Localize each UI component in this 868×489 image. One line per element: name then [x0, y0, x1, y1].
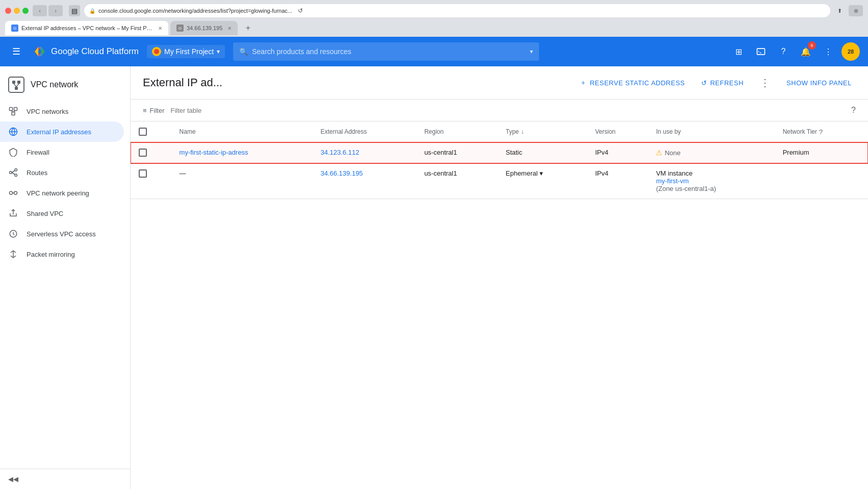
filter-help-icon[interactable]: ? — [851, 106, 856, 115]
second-tab[interactable]: G 34.66.139.195 ✕ — [170, 21, 238, 35]
th-name: Name — [171, 121, 313, 142]
row1-checkbox-cell — [131, 142, 171, 163]
show-info-panel-button[interactable]: SHOW INFO PANEL — [782, 76, 856, 90]
sidebar-toggle-button[interactable]: ▤ — [69, 5, 80, 16]
browser-tabs: G External IP addresses – VPC network – … — [0, 19, 868, 37]
collapse-icon: ◀◀ — [8, 475, 18, 483]
reserve-static-address-button[interactable]: ＋ RESERVE STATIC ADDRESS — [576, 75, 689, 90]
select-all-checkbox[interactable] — [139, 128, 147, 136]
type-dropdown-chevron: ▾ — [540, 169, 543, 177]
row1-checkbox[interactable] — [139, 149, 147, 157]
svg-rect-1 — [12, 81, 15, 84]
serverless-vpc-icon — [8, 229, 18, 239]
svg-point-14 — [15, 169, 17, 172]
main-area: VPC network VPC networks — [0, 66, 868, 489]
active-tab[interactable]: G External IP addresses – VPC network – … — [5, 21, 168, 35]
row2-type: Ephemeral — [506, 169, 538, 177]
network-tier-help-icon[interactable]: ? — [819, 128, 823, 136]
project-chevron-icon: ▾ — [217, 48, 220, 55]
reload-button[interactable]: ↺ — [295, 6, 305, 16]
url-text: console.cloud.google.com/networking/addr… — [98, 8, 292, 14]
sidebar-item-vpc-peering[interactable]: VPC network peering — [0, 183, 124, 203]
svg-point-18 — [10, 191, 13, 194]
share-button[interactable]: ⬆ — [834, 6, 845, 16]
minimize-light[interactable] — [14, 8, 20, 14]
sidebar-item-external-ip[interactable]: External IP addresses — [0, 121, 124, 142]
notification-badge: 6 — [808, 41, 816, 50]
url-bar[interactable]: 🔒 console.cloud.google.com/networking/ad… — [84, 4, 830, 17]
collapse-sidebar-button[interactable]: ◀◀ — [8, 475, 122, 483]
hamburger-menu[interactable]: ☰ — [8, 43, 24, 60]
avatar-label: 28 — [848, 48, 854, 55]
sidebar-item-label: Shared VPC — [27, 210, 63, 217]
sidebar-item-vpc-networks[interactable]: VPC networks — [0, 101, 124, 121]
refresh-button[interactable]: ↺ REFRESH — [697, 76, 748, 90]
row2-in-use-by: VM instance my-first-vm (Zone us-central… — [656, 169, 766, 192]
tab-close-button[interactable]: ✕ — [158, 26, 162, 31]
vpc-peering-icon — [8, 188, 18, 198]
row2-checkbox[interactable] — [139, 169, 147, 178]
sidebar-item-serverless-vpc[interactable]: Serverless VPC access — [0, 224, 124, 244]
row2-vm-name[interactable]: my-first-vm — [656, 177, 766, 185]
brand: Google Cloud Platform — [33, 44, 139, 59]
close-light[interactable] — [5, 8, 11, 14]
row2-type-dropdown[interactable]: Ephemeral ▾ — [506, 169, 579, 177]
row2-type-cell: Ephemeral ▾ — [498, 163, 587, 199]
nav-buttons: ‹ › — [33, 5, 63, 16]
forward-button[interactable]: › — [48, 5, 63, 16]
filter-input[interactable] — [170, 107, 845, 114]
fullscreen-light[interactable] — [22, 8, 29, 14]
refresh-btn-label: REFRESH — [710, 79, 744, 87]
row2-address-cell: 34.66.139.195 — [312, 163, 416, 199]
sidebar-item-shared-vpc[interactable]: Shared VPC — [0, 203, 124, 224]
sidebar-header: VPC network — [0, 66, 130, 101]
row2-version: IPv4 — [595, 169, 608, 177]
sidebar-item-packet-mirroring[interactable]: Packet mirroring — [0, 244, 124, 264]
extensions-button[interactable]: ⊕ — [849, 5, 863, 16]
sidebar-item-firewall[interactable]: Firewall — [0, 142, 124, 162]
row1-network-tier: Premium — [783, 149, 809, 156]
row1-external-address[interactable]: 34.123.6.112 — [320, 149, 359, 156]
search-bar[interactable]: 🔍 Search products and resources ▾ — [233, 42, 539, 61]
user-avatar[interactable]: 28 — [841, 42, 860, 61]
row2-external-address[interactable]: 34.66.139.195 — [320, 169, 363, 177]
sidebar-item-label: External IP addresses — [27, 128, 91, 136]
cloud-shell-button[interactable] — [752, 42, 770, 61]
project-dot-inner — [154, 49, 159, 54]
filter-label: Filter — [150, 107, 165, 114]
more-options-button[interactable]: ⋮ — [819, 42, 837, 61]
sidebar-item-label: VPC networks — [27, 108, 68, 115]
notifications-button[interactable]: 🔔 6 — [797, 42, 815, 61]
sidebar-title: VPC network — [31, 80, 78, 89]
cloud-shell-icon — [756, 46, 766, 57]
gcp-logo — [33, 44, 47, 59]
tab-favicon: G — [11, 25, 18, 32]
th-region: Region — [416, 121, 498, 142]
svg-point-13 — [10, 172, 12, 174]
row2-name: — — [180, 169, 186, 177]
page-title: External IP ad... — [143, 76, 222, 89]
new-tab-button[interactable]: + — [242, 22, 254, 34]
row1-region: us-central1 — [424, 149, 457, 156]
tab2-close-button[interactable]: ✕ — [227, 26, 232, 31]
row1-name[interactable]: my-first-static-ip-adress — [180, 149, 248, 156]
vpc-networks-icon — [8, 106, 18, 116]
svg-line-17 — [12, 173, 15, 175]
sidebar-item-routes[interactable]: Routes — [0, 162, 124, 183]
back-button[interactable]: ‹ — [33, 5, 47, 16]
svg-line-5 — [16, 84, 19, 87]
project-selector[interactable]: My First Project ▾ — [147, 45, 225, 58]
app: ☰ Google Cloud Platform My First Project… — [0, 37, 868, 489]
row2-in-use-by-cell: VM instance my-first-vm (Zone us-central… — [648, 163, 774, 199]
type-sort-icon: ↓ — [521, 128, 524, 135]
row2-region: us-central1 — [424, 169, 457, 177]
project-dot — [152, 47, 161, 56]
tab2-title: 34.66.139.195 — [187, 25, 222, 31]
marketplace-button[interactable]: ⊞ — [729, 42, 748, 61]
filter-button[interactable]: ≡ Filter — [143, 107, 164, 114]
svg-line-16 — [12, 170, 15, 173]
more-options-button[interactable]: ⋮ — [756, 75, 774, 91]
help-button[interactable]: ? — [774, 42, 793, 61]
th-type-label: Type — [506, 128, 519, 135]
vpc-network-logo — [8, 77, 24, 93]
